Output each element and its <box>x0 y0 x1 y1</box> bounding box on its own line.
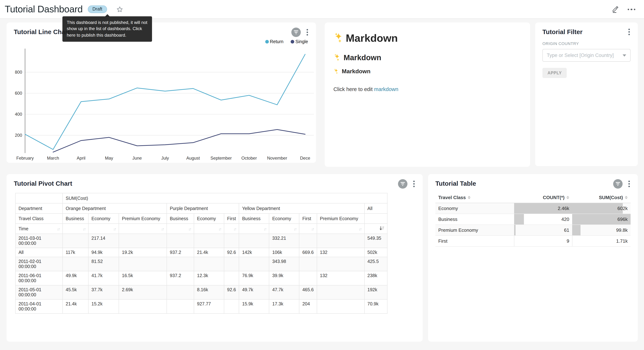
sort-carets-icon[interactable] <box>566 196 569 199</box>
pivot-cell <box>167 300 194 314</box>
pivot-row-header: 2011-03-01 00:00:00 <box>16 234 62 248</box>
pivot-cell: 16.5k <box>119 271 167 285</box>
pivot-cell: 669.6 <box>299 248 317 257</box>
apply-button[interactable]: APPLY <box>542 68 567 78</box>
panel-markdown: Markdown Markdown Markdown Click here to… <box>325 22 530 167</box>
sort-icon[interactable]: ↓↑ <box>113 226 116 231</box>
pivot-cell: 94.9k <box>88 248 119 257</box>
pivot-cell: 332.21 <box>269 234 299 248</box>
pivot-cell <box>167 285 194 300</box>
sort-icon[interactable]: ↓↑ <box>188 226 191 231</box>
svg-text:August: August <box>186 156 200 160</box>
pivot-corner-cell <box>16 193 62 203</box>
pivot-row: 2011-05-01 00:00:0045.5k37.7k2.69k8.16k9… <box>16 285 387 300</box>
pivot-cell: 41.7k <box>88 271 119 285</box>
pivot-cell <box>119 257 167 271</box>
pivot-cell: 49.9k <box>62 271 88 285</box>
pivot-group-header: Purple Department <box>167 203 239 214</box>
dashboard-header: Tutorial Dashboard Draft <box>0 0 644 19</box>
filter-scope-icon[interactable] <box>398 179 408 188</box>
sort-icon[interactable]: ↓↑ <box>161 226 164 231</box>
pivot-cell: 19.2k <box>119 248 167 257</box>
sort-icon[interactable]: ↓↑ <box>218 226 221 231</box>
sort-carets-icon[interactable] <box>625 196 628 199</box>
sort-desc-active-icon[interactable] <box>379 226 384 232</box>
pivot-chart-menu-icon[interactable] <box>412 180 416 188</box>
pivot-cell <box>194 257 224 271</box>
pivot-subcol-header: Premium Economy <box>317 214 364 224</box>
line-chart-menu-icon[interactable] <box>305 28 310 37</box>
sort-icon[interactable]: ↓↑ <box>83 226 85 231</box>
pivot-cell: 937.2 <box>167 248 194 257</box>
table-row: Premium Economy6199.8k <box>436 225 630 236</box>
pivot-row: 2011-02-01 00:00:0081.52343.98425.5 <box>16 257 387 271</box>
svg-text:200: 200 <box>15 133 22 138</box>
markdown-heading2: Markdown <box>334 53 521 62</box>
column-header-sum-cost[interactable]: SUM(Cost) <box>572 192 630 203</box>
svg-text:February: February <box>16 156 34 160</box>
pivot-cell <box>167 257 194 271</box>
pivot-sort-header: ↓↑ <box>239 224 269 234</box>
pivot-row: 2011-06-01 00:00:0049.9k41.7k16.5k937.21… <box>16 271 387 285</box>
cell-count: 9 <box>514 236 572 246</box>
pivot-cell: 47.7k <box>269 285 299 300</box>
pivot-cell <box>317 285 364 300</box>
cell-sum-cost: 696k <box>572 214 630 225</box>
sort-icon[interactable]: ↓↑ <box>264 226 266 231</box>
pivot-cell <box>119 300 167 314</box>
cell-count: 420 <box>514 214 572 225</box>
pivot-sort-header: ↓↑ <box>194 224 224 234</box>
pivot-row-header: 2011-02-01 00:00:00 <box>16 257 62 271</box>
edit-pencil-icon[interactable] <box>612 6 619 13</box>
pivot-data-table: SUM(Cost)DepartmentOrange DepartmentPurp… <box>15 193 387 314</box>
pivot-sort-header: ↓↑ <box>88 224 119 234</box>
pivot-group-header: All <box>364 203 387 214</box>
panel-tutorial-table: Tutorial Table Travel Cla <box>428 174 638 342</box>
pivot-subcol-header: Business <box>62 214 88 224</box>
pivot-cell: 21.4k <box>62 300 88 314</box>
markdown-edit-link[interactable]: markdown <box>374 86 398 92</box>
markdown-heading3: Markdown <box>334 68 521 75</box>
filter-scope-icon[interactable] <box>613 179 622 188</box>
filter-panel-menu-icon[interactable] <box>627 28 631 36</box>
origin-country-select[interactable]: Type or Select [Origin Country] <box>542 49 630 62</box>
pivot-cell <box>62 234 88 248</box>
pivot-time-header: Time↓↑ <box>16 224 62 234</box>
sort-icon[interactable]: ↓↑ <box>57 226 60 231</box>
cell-travel-class: Business <box>436 214 514 225</box>
pivot-cell: 76.9k <box>239 271 269 285</box>
svg-text:September: September <box>210 156 232 160</box>
svg-text:April: April <box>77 156 86 160</box>
filter-scope-icon[interactable] <box>291 28 301 37</box>
column-header-count[interactable]: COUNT(*) <box>514 192 572 203</box>
dashboard-page: Tutorial Dashboard Draft This dashboard … <box>0 0 644 350</box>
svg-text:June: June <box>132 156 142 160</box>
svg-text:600: 600 <box>15 91 22 96</box>
pivot-cell: 81.52 <box>88 257 119 271</box>
sort-icon[interactable]: ↓↑ <box>311 226 314 231</box>
column-header-travel-class[interactable]: Travel Class <box>436 192 514 203</box>
sort-icon[interactable]: ↓↑ <box>234 226 236 231</box>
pivot-cell: 15.9k <box>239 300 269 314</box>
sort-icon[interactable]: ↓↑ <box>294 226 296 231</box>
header-more-menu-icon[interactable] <box>628 9 635 10</box>
svg-text:November: November <box>267 156 287 160</box>
pivot-cell: 37.7k <box>88 285 119 300</box>
origin-country-label: ORIGIN COUNTRY <box>542 41 630 46</box>
pivot-sort-header: ↓↑ <box>224 224 239 234</box>
sort-carets-icon[interactable] <box>468 196 470 199</box>
pivot-cell: 117k <box>62 248 88 257</box>
sparkles-icon <box>334 53 342 62</box>
table-panel-menu-icon[interactable] <box>627 180 631 188</box>
cell-count: 2.46k <box>514 203 572 214</box>
favorite-star-icon[interactable] <box>116 6 123 13</box>
pivot-subcol-header: First <box>224 214 239 224</box>
legend-item-return[interactable]: Return <box>265 39 283 44</box>
pivot-cell <box>194 234 224 248</box>
draft-status-badge[interactable]: Draft <box>88 6 107 13</box>
pivot-cell: 2.69k <box>119 285 167 300</box>
pivot-cell <box>299 257 317 271</box>
sort-icon[interactable]: ↓↑ <box>359 226 361 231</box>
pivot-sort-header: ↓↑ <box>62 224 88 234</box>
legend-item-single[interactable]: Single <box>291 39 308 44</box>
